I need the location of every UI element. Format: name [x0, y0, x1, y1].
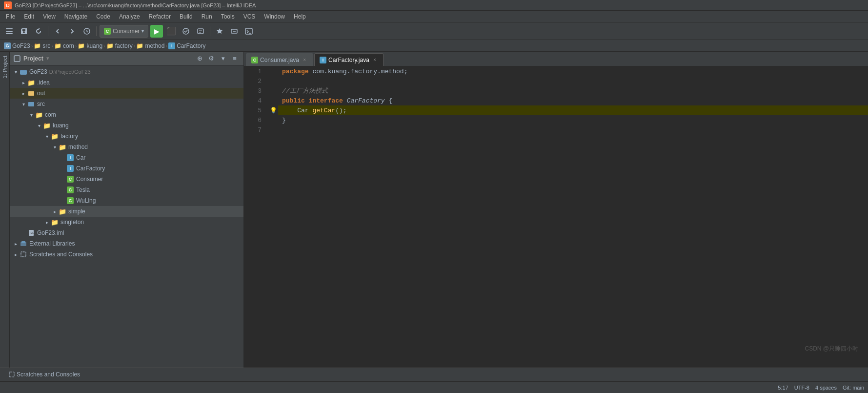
toolbar-separator-1: [48, 26, 48, 36]
tree-item-consumer[interactable]: C Consumer: [10, 174, 243, 185]
tree-label-singleton: singleton: [61, 219, 84, 226]
bc-gof23[interactable]: G GoF23: [4, 42, 30, 49]
tree-arrow-iml: [20, 229, 27, 237]
menu-analyze[interactable]: Analyze: [115, 12, 144, 21]
tree-item-factory[interactable]: 📁 factory: [10, 131, 243, 142]
bc-method[interactable]: 📁 method: [136, 42, 164, 49]
bc-kuang[interactable]: 📁 kuang: [78, 42, 102, 49]
toolbar-save-btn[interactable]: [18, 25, 30, 38]
tree-item-wuling[interactable]: C WuLing: [10, 195, 243, 206]
tab-icon-carfactory: I: [320, 57, 326, 63]
tree-icon-carfactory: I: [66, 165, 74, 172]
tree-item-iml[interactable]: IML GoF23.iml: [10, 228, 243, 238]
tree-item-method[interactable]: 📁 method: [10, 142, 243, 152]
tree-item-singleton[interactable]: 📁 singleton: [10, 217, 243, 228]
svg-rect-5: [198, 29, 203, 34]
toolbar-back-btn[interactable]: [51, 25, 64, 38]
bc-com[interactable]: 📁 com: [54, 42, 74, 49]
menu-navigate[interactable]: Navigate: [61, 12, 91, 21]
menu-edit[interactable]: Edit: [20, 12, 38, 21]
bc-src[interactable]: 📁 src: [34, 42, 50, 49]
breadcrumb: G GoF23 › 📁 src › 📁 com › 📁 kuang › 📁 fa…: [0, 40, 868, 52]
tree-view[interactable]: GoF23 D:\Project\GoF23 📁 .idea out: [10, 65, 243, 368]
token-space-3: [343, 97, 347, 104]
tree-label-ext-libs: External Libraries: [29, 240, 75, 247]
tree-item-carfactory[interactable]: I CarFactory: [10, 163, 243, 174]
menu-run[interactable]: Run: [198, 12, 216, 21]
token-space-2: [305, 97, 309, 104]
tree-arrow-out: [20, 89, 27, 97]
tree-item-simple[interactable]: 📁 simple: [10, 206, 243, 217]
bc-carfactory[interactable]: I CarFactory: [168, 42, 205, 49]
tab-consumer[interactable]: C Consumer.java ×: [246, 53, 313, 66]
token-getcar-method: getCar: [312, 107, 335, 114]
panel-settings-btn[interactable]: ⚙: [206, 54, 216, 63]
tree-item-src[interactable]: src: [10, 99, 243, 109]
svg-rect-2: [6, 33, 13, 34]
tab-carfactory[interactable]: I CarFactory.java ×: [314, 53, 384, 66]
tasks-button[interactable]: [228, 25, 241, 38]
gutter-1: [268, 66, 278, 76]
tree-item-kuang[interactable]: 📁 kuang: [10, 120, 243, 131]
tree-item-gof23[interactable]: GoF23 D:\Project\GoF23: [10, 66, 243, 77]
toolbar-recent-btn[interactable]: [81, 25, 93, 38]
bc-factory[interactable]: 📁 factory: [106, 42, 133, 49]
tab-close-carfactory[interactable]: ×: [371, 57, 378, 63]
menu-refactor[interactable]: Refactor: [145, 12, 175, 21]
menu-view[interactable]: View: [39, 12, 60, 21]
menu-window[interactable]: Window: [260, 12, 289, 21]
svg-rect-0: [6, 28, 13, 29]
menu-tools[interactable]: Tools: [217, 12, 239, 21]
menu-build[interactable]: Build: [176, 12, 197, 21]
tree-icon-src: [27, 100, 35, 108]
panel-collapse-btn[interactable]: ▾: [218, 54, 228, 63]
tree-item-car[interactable]: I Car: [10, 152, 243, 163]
tab-icon-consumer: C: [251, 57, 258, 63]
code-line-5: Car getCar ();: [278, 105, 868, 115]
stop-button[interactable]: ⬛: [165, 25, 178, 38]
token-comment: //工厂方法模式: [282, 86, 328, 95]
toolbar-sync-btn[interactable]: [32, 25, 45, 38]
terminal-button[interactable]: [242, 25, 255, 38]
run-button[interactable]: ▶: [150, 25, 163, 38]
toolbar-forward-btn[interactable]: [66, 25, 79, 38]
lightbulb-icon[interactable]: 💡: [270, 107, 277, 114]
tree-item-out[interactable]: out: [10, 88, 243, 99]
tree-item-com[interactable]: 📁 com: [10, 109, 243, 120]
toolbar-project-btn[interactable]: [3, 25, 16, 38]
bc-sep-5: ›: [134, 43, 136, 49]
code-editor[interactable]: 1 2 3 4 5 6 7 💡: [244, 66, 868, 368]
tree-arrow-idea: [20, 79, 27, 86]
status-bar: 5:17 UTF-8 4 spaces Git: main: [0, 381, 868, 393]
panel-locate-btn[interactable]: ⊕: [195, 54, 204, 63]
profile-button[interactable]: [194, 25, 207, 38]
tree-item-idea[interactable]: 📁 .idea: [10, 77, 243, 88]
tree-item-tesla[interactable]: C Tesla: [10, 185, 243, 195]
menu-code[interactable]: Code: [92, 12, 114, 21]
code-line-4: public interface CarFactory {: [278, 96, 868, 105]
tree-item-ext-libs[interactable]: External Libraries: [10, 238, 243, 249]
token-open-brace: {: [385, 97, 393, 104]
tab-close-consumer[interactable]: ×: [301, 57, 308, 63]
bottom-tab-scratches[interactable]: Scratches and Consoles: [4, 369, 85, 381]
bc-sep-3: ›: [75, 43, 77, 49]
tree-icon-out: [27, 89, 35, 97]
bc-sep-4: ›: [103, 43, 105, 49]
panel-title-arrow[interactable]: ▾: [46, 55, 49, 62]
coverage-button[interactable]: [180, 25, 192, 38]
menu-vcs[interactable]: VCS: [240, 12, 260, 21]
tree-item-scratches[interactable]: Scratches and Consoles: [10, 249, 243, 260]
gutter-4: [268, 96, 278, 105]
project-tool-window-btn[interactable]: 1: Project: [2, 56, 8, 78]
build-button[interactable]: [213, 25, 226, 38]
menu-file[interactable]: File: [2, 12, 19, 21]
project-panel: Project ▾ ⊕ ⚙ ▾ ≡ GoF23 D:\Project\GoF23: [10, 52, 244, 368]
code-content[interactable]: package com.kuang.factory.method ; //工厂方…: [278, 66, 868, 368]
tree-icon-tesla: C: [66, 186, 74, 194]
tree-arrow-factory: [43, 132, 51, 140]
menu-help[interactable]: Help: [290, 12, 310, 21]
run-config-selector[interactable]: C Consumer ▾: [100, 25, 148, 38]
panel-sort-btn[interactable]: ≡: [230, 54, 240, 63]
code-line-7: [278, 125, 868, 135]
tree-icon-singleton: 📁: [51, 218, 59, 226]
